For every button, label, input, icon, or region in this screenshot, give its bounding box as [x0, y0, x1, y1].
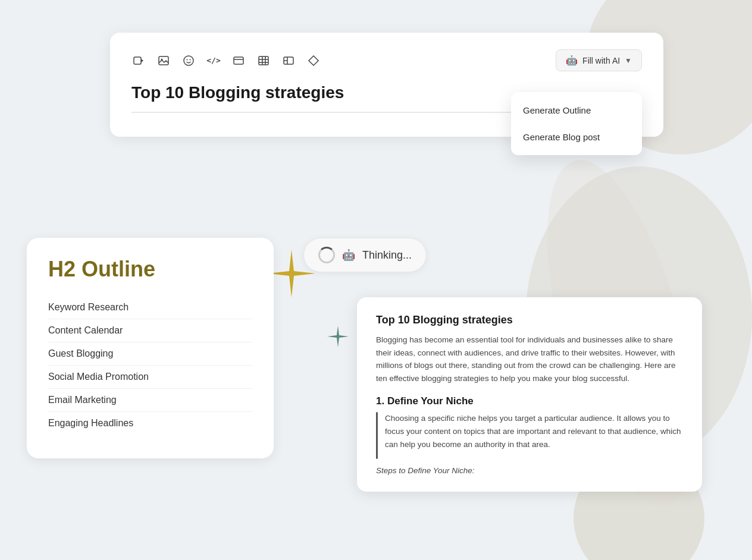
outline-item-2: Guest Blogging [48, 342, 252, 366]
robot-icon-thinking: 🤖 [342, 248, 355, 262]
outline-card-title: H2 Outline [48, 257, 252, 282]
blog-steps-label: Steps to Define Your Niche: [376, 466, 683, 475]
robot-icon: 🤖 [566, 55, 578, 66]
diamond-icon[interactable] [306, 54, 321, 68]
generate-blog-post-item[interactable]: Generate Blog post [511, 124, 642, 150]
image-icon[interactable] [156, 54, 171, 68]
outline-item-5: Engaging Headlines [48, 412, 252, 435]
svg-marker-1 [141, 59, 143, 62]
fill-ai-dropdown: Generate Outline Generate Blog post [511, 92, 642, 155]
svg-point-6 [190, 59, 191, 60]
blog-section-1-heading: 1. Define Your Niche [376, 395, 683, 407]
blog-section-1-content: Choosing a specific niche helps you targ… [385, 412, 683, 451]
thinking-text: Thinking... [362, 249, 412, 262]
video-icon[interactable] [131, 54, 146, 68]
card-icon[interactable] [231, 54, 246, 68]
outline-item-4: Email Marketing [48, 389, 252, 412]
svg-marker-17 [309, 56, 318, 65]
layout-icon[interactable] [281, 54, 296, 68]
loading-spinner [318, 247, 335, 263]
blog-intro-text: Blogging has become an essential tool fo… [376, 334, 683, 385]
svg-rect-0 [134, 57, 141, 64]
outline-card: H2 Outline Keyword ResearchContent Calen… [27, 238, 274, 458]
blog-preview-title: Top 10 Blogging strategies [376, 314, 683, 326]
outline-item-1: Content Calendar [48, 319, 252, 342]
outline-item-3: Social Media Promotion [48, 366, 252, 389]
outline-item-0: Keyword Research [48, 296, 252, 319]
generate-outline-item[interactable]: Generate Outline [511, 97, 642, 124]
editor-toolbar: </> [131, 49, 642, 71]
chevron-down-icon: ▼ [625, 56, 632, 65]
code-icon[interactable]: </> [206, 54, 221, 68]
outline-items-list: Keyword ResearchContent CalendarGuest Bl… [48, 296, 252, 435]
thinking-indicator: 🤖 Thinking... [303, 238, 427, 272]
table-icon[interactable] [256, 54, 271, 68]
fill-ai-label: Fill with AI [582, 56, 620, 65]
svg-point-4 [184, 56, 193, 65]
fill-with-ai-button[interactable]: 🤖 Fill with AI ▼ [556, 49, 642, 71]
star-teal-icon [327, 326, 349, 347]
emoji-icon[interactable] [181, 54, 196, 68]
svg-rect-9 [259, 56, 268, 65]
section-bar [376, 412, 378, 459]
svg-rect-2 [159, 56, 168, 65]
svg-point-5 [187, 59, 188, 60]
blog-preview-card: Top 10 Blogging strategies Blogging has … [357, 297, 702, 492]
svg-rect-7 [234, 57, 243, 64]
